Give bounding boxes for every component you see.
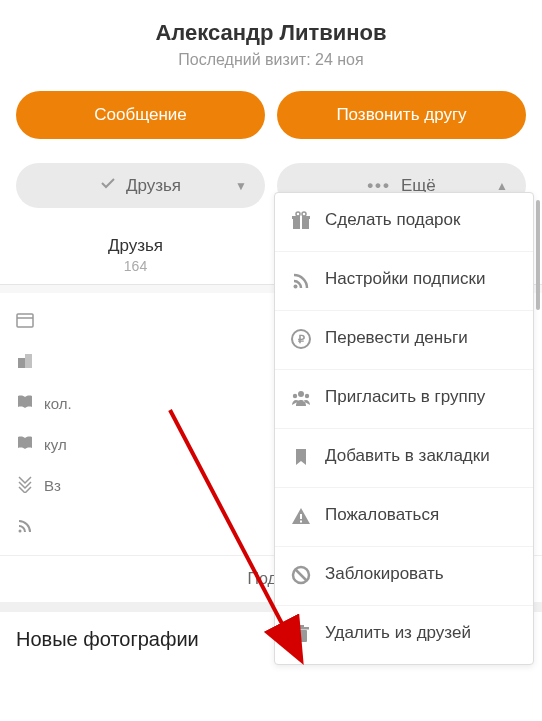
block-icon: [291, 565, 311, 589]
friends-dropdown-button[interactable]: Друзья ▼: [16, 163, 265, 208]
menu-label: Добавить в закладки: [325, 445, 490, 467]
more-dropdown-menu: Сделать подарок Настройки подписки ₽ Пер…: [274, 192, 534, 665]
svg-rect-20: [295, 630, 307, 642]
building-icon: [16, 352, 34, 373]
menu-item-gift[interactable]: Сделать подарок: [275, 193, 533, 251]
menu-label: Сделать подарок: [325, 209, 460, 231]
svg-line-19: [295, 569, 307, 581]
menu-label: Заблокировать: [325, 563, 444, 585]
menu-label: Удалить из друзей: [325, 622, 471, 644]
svg-point-13: [298, 391, 304, 397]
trash-icon: [291, 624, 311, 648]
svg-rect-3: [25, 354, 32, 368]
svg-point-8: [296, 212, 300, 216]
svg-rect-17: [300, 521, 302, 523]
rss-icon: [16, 516, 34, 537]
menu-label: Перевести деньги: [325, 327, 468, 349]
tab-friends[interactable]: Друзья 164: [0, 226, 271, 284]
svg-text:₽: ₽: [298, 333, 305, 345]
chevron-up-icon: ▲: [496, 179, 508, 193]
book-icon: [16, 393, 34, 414]
svg-rect-22: [298, 625, 304, 627]
svg-point-4: [19, 530, 22, 533]
menu-item-transfer[interactable]: ₽ Перевести деньги: [275, 310, 533, 369]
svg-point-14: [293, 394, 297, 398]
menu-label: Пригласить в группу: [325, 386, 485, 408]
menu-item-remove-friend[interactable]: Удалить из друзей: [275, 605, 533, 664]
message-button[interactable]: Сообщение: [16, 91, 265, 139]
bookmark-icon: [291, 447, 311, 471]
check-icon: [100, 175, 116, 196]
menu-item-bookmark[interactable]: Добавить в закладки: [275, 428, 533, 487]
menu-label: Настройки подписки: [325, 268, 485, 290]
rank-icon: [16, 475, 34, 496]
book-icon: [16, 434, 34, 455]
svg-rect-0: [17, 314, 33, 327]
call-friend-button[interactable]: Позвонить другу: [277, 91, 526, 139]
group-icon: [291, 388, 311, 412]
svg-rect-2: [18, 358, 25, 368]
svg-rect-21: [293, 627, 309, 630]
calendar-icon: [16, 311, 34, 332]
menu-item-subscribe[interactable]: Настройки подписки: [275, 251, 533, 310]
list-item-label: Вз: [44, 477, 61, 494]
scrollbar[interactable]: [536, 200, 540, 310]
section-photos-title: Новые фотографии: [16, 628, 199, 651]
svg-point-10: [294, 285, 298, 289]
menu-item-complain[interactable]: Пожаловаться: [275, 487, 533, 546]
profile-name: Александр Литвинов: [20, 20, 522, 46]
svg-rect-7: [300, 216, 302, 229]
ruble-icon: ₽: [291, 329, 311, 353]
list-item-label: кул: [44, 436, 67, 453]
list-item-label: кол.: [44, 395, 72, 412]
friends-dropdown-label: Друзья: [126, 176, 181, 196]
svg-rect-16: [300, 514, 302, 519]
rss-icon: [291, 270, 311, 294]
chevron-down-icon: ▼: [235, 179, 247, 193]
warning-icon: [291, 506, 311, 530]
menu-item-invite-group[interactable]: Пригласить в группу: [275, 369, 533, 428]
last-visit: Последний визит: 24 ноя: [20, 51, 522, 69]
svg-point-9: [302, 212, 306, 216]
gift-icon: [291, 211, 311, 235]
menu-label: Пожаловаться: [325, 504, 439, 526]
menu-item-block[interactable]: Заблокировать: [275, 546, 533, 605]
tab-friends-label: Друзья: [0, 236, 271, 256]
tab-friends-count: 164: [0, 258, 271, 274]
svg-point-15: [305, 394, 309, 398]
